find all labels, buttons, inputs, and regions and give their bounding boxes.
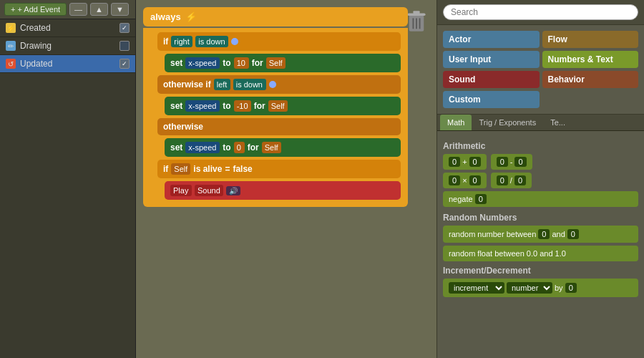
sound-select[interactable]: Sound: [195, 185, 223, 196]
set-label-3: set: [170, 142, 182, 153]
random-number-block[interactable]: random number between 0 and 0: [443, 226, 638, 243]
increment-header: Increment/Decrement: [443, 266, 638, 276]
arithmetic-header: Arithmetic: [443, 141, 638, 151]
category-behavior-button[interactable]: Behavior: [542, 71, 639, 88]
otherwise-if-label: otherwise if: [163, 79, 211, 90]
blocks-container: always ⚡ if right is down set x-speed: [143, 7, 408, 207]
category-numberstext-button[interactable]: Numbers & Text: [542, 51, 639, 68]
x-speed-select-2[interactable]: x-speed: [185, 100, 220, 112]
negate-block[interactable]: negate 0: [443, 191, 638, 207]
sidebar-item-label-created: Created: [20, 23, 115, 33]
collapse-button[interactable]: —: [69, 3, 87, 16]
self-select-3[interactable]: Self: [262, 142, 281, 153]
svg-rect-2: [413, 11, 419, 14]
x-speed-select-3[interactable]: x-speed: [185, 142, 220, 153]
add-block[interactable]: 0 + 0: [443, 154, 487, 170]
sidebar-item-created[interactable]: ⚡ Created ✓: [0, 19, 135, 37]
pencil-icon: ✏: [6, 41, 16, 51]
sidebar: + + Add Event — ▲ ▼ ⚡ Created ✓ ✏ Drawin…: [0, 0, 136, 358]
set-label-1: set: [170, 58, 182, 68]
play-select[interactable]: Play: [170, 185, 192, 196]
val-neg10-select[interactable]: -10: [234, 100, 251, 112]
increment-action-select[interactable]: increment decrement: [449, 282, 504, 294]
false-label: false: [233, 164, 252, 174]
divide-block[interactable]: 0 / 0: [491, 173, 532, 188]
otherwise-label: otherwise: [163, 122, 203, 132]
random-float-block[interactable]: random float between 0.0 and 1.0: [443, 246, 638, 261]
move-up-button[interactable]: ▲: [90, 3, 108, 16]
to-label-2: to: [223, 101, 230, 111]
sidebar-toolbar: + + Add Event — ▲ ▼: [0, 0, 135, 19]
to-label-1: to: [223, 58, 230, 68]
sidebar-item-drawing[interactable]: ✏ Drawing: [0, 37, 135, 55]
play-block: Play Sound 🔊: [165, 181, 401, 200]
updated-checkbox[interactable]: ✓: [119, 59, 130, 69]
for-label-2: for: [254, 101, 265, 111]
for-label-3: for: [248, 142, 259, 153]
lightning-icon: ⚡: [6, 23, 16, 33]
random-between-label: random number between: [449, 230, 536, 238]
increment-number-select[interactable]: number: [507, 282, 552, 294]
lightning-emoji: ⚡: [185, 11, 197, 22]
negate-val: 0: [475, 194, 487, 204]
sidebar-item-label-updated: Updated: [20, 59, 115, 69]
sidebar-item-label-drawing: Drawing: [20, 41, 115, 51]
sidebar-item-updated[interactable]: ↺ Updated ✓: [0, 55, 135, 73]
drawing-checkbox[interactable]: [119, 41, 130, 51]
category-actor-button[interactable]: Actor: [443, 31, 540, 48]
always-block: always ⚡: [143, 7, 408, 26]
category-sound-button[interactable]: Sound: [443, 71, 540, 88]
otherwise-block: otherwise: [157, 118, 401, 135]
search-bar: [437, 0, 644, 25]
subtract-block[interactable]: 0 - 0: [491, 154, 532, 170]
move-down-button[interactable]: ▼: [111, 3, 129, 16]
canvas-area: always ⚡ if right is down set x-speed: [136, 0, 436, 358]
self-select-1[interactable]: Self: [266, 57, 286, 69]
is-down-select[interactable]: is down: [195, 36, 228, 47]
negate-label: negate: [449, 195, 473, 203]
volume-icon: 🔊: [226, 186, 240, 195]
set-block-1: set x-speed to 10 for Self: [165, 54, 401, 72]
tab-math[interactable]: Math: [440, 115, 472, 130]
to-label-3: to: [223, 142, 230, 153]
tabs-row: Math Trig / Exponents Te...: [437, 115, 644, 131]
equals-label: =: [225, 164, 230, 174]
if-block-1: if right is down: [157, 32, 401, 51]
arithmetic-row-2: 0 × 0 0 / 0: [443, 173, 638, 188]
multiply-block[interactable]: 0 × 0: [443, 173, 487, 188]
is-down-select-2[interactable]: is down: [233, 79, 266, 90]
self-select-2[interactable]: Self: [268, 100, 288, 112]
tab-text[interactable]: Te...: [543, 115, 572, 130]
for-label-1: for: [252, 58, 263, 68]
blocks-list: Arithmetic 0 + 0 0 - 0 0 × 0 0 / 0: [437, 131, 644, 358]
category-custom-button[interactable]: Custom: [443, 91, 540, 108]
left-select[interactable]: left: [214, 79, 230, 90]
block-body-main: if right is down set x-speed to 10: [143, 28, 408, 207]
set-block-3: set x-speed to 0 for Self: [165, 138, 401, 157]
refresh-icon: ↺: [6, 59, 16, 69]
tab-trig[interactable]: Trig / Exponents: [472, 115, 543, 130]
category-userinput-button[interactable]: User Input: [443, 51, 540, 68]
random-header: Random Numbers: [443, 213, 638, 223]
set-label-2: set: [170, 101, 182, 111]
search-input[interactable]: [443, 4, 638, 20]
increment-block[interactable]: increment decrement number by 0: [443, 279, 638, 297]
self-select-4[interactable]: Self: [171, 163, 190, 175]
always-label: always: [150, 11, 181, 22]
add-event-button[interactable]: + + Add Event: [4, 3, 67, 16]
categories-grid: Actor Flow User Input Numbers & Text Sou…: [437, 25, 644, 115]
increment-val: 0: [565, 283, 577, 293]
right-select[interactable]: right: [171, 36, 192, 47]
category-flow-button[interactable]: Flow: [542, 31, 639, 48]
otherwise-if-block: otherwise if left is down: [157, 75, 401, 94]
if-label-2: if: [163, 164, 168, 174]
block-dot-1: [231, 38, 238, 45]
if-block-2: if Self is alive = false: [157, 160, 401, 178]
val-10-select[interactable]: 10: [234, 57, 249, 69]
val-0-select[interactable]: 0: [234, 142, 245, 153]
created-checkbox[interactable]: ✓: [119, 23, 130, 33]
arithmetic-row-1: 0 + 0 0 - 0: [443, 154, 638, 170]
right-panel: Actor Flow User Input Numbers & Text Sou…: [436, 0, 644, 358]
random-float-label: random float between 0.0 and 1.0: [449, 249, 566, 258]
x-speed-select-1[interactable]: x-speed: [185, 57, 220, 69]
